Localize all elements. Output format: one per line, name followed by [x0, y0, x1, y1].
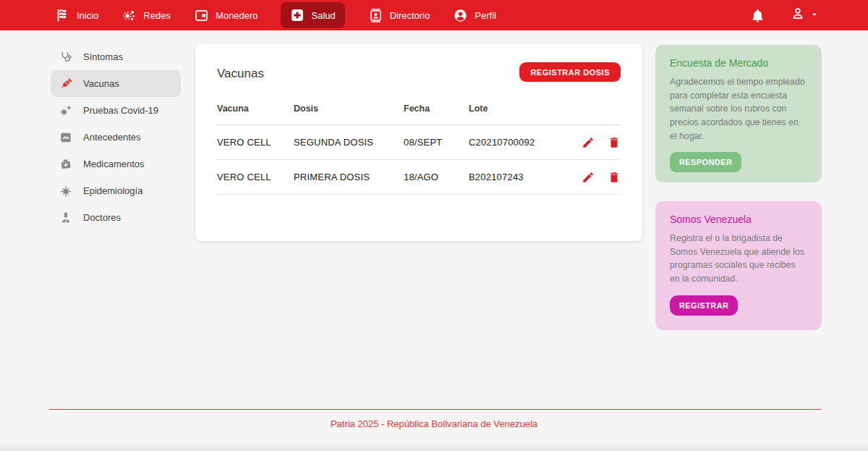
contact-card-icon — [368, 8, 383, 23]
sidebar-item-sintomas[interactable]: Síntomas — [51, 43, 181, 70]
footer-divider — [49, 409, 821, 410]
flag-icon — [55, 8, 70, 23]
nav-item-perfil[interactable]: Perfil — [453, 8, 496, 23]
table-row: VERO CELL SEGUNDA DOSIS 08/SEPT C2021070… — [217, 125, 621, 160]
sidebar-item-label: Síntomas — [83, 51, 123, 62]
doctor-icon — [59, 211, 73, 225]
person-outline-icon — [790, 6, 806, 25]
sidebar-item-epidemiologia[interactable]: Epidemiología — [51, 177, 181, 204]
nav-item-inicio[interactable]: Inicio — [55, 8, 98, 23]
nav-right — [750, 6, 868, 25]
chevron-down-icon — [810, 9, 819, 22]
nav-item-label: Perfil — [475, 10, 496, 21]
nav-item-label: Salud — [311, 10, 335, 21]
notifications-bell-icon[interactable] — [750, 8, 765, 23]
nav-items: Inicio Redes Monedero — [0, 2, 496, 28]
sidebar-item-label: Antecedentes — [83, 132, 141, 143]
row-actions — [577, 136, 621, 149]
promo-title: Encuesta de Mercado — [670, 57, 807, 69]
sidebar-item-vacunas[interactable]: Vacunas — [51, 70, 181, 97]
health-cross-icon — [290, 8, 305, 22]
cell-fecha: 18/AGO — [404, 172, 469, 182]
sidebar-item-doctores[interactable]: Doctores — [51, 204, 181, 231]
nav-item-redes[interactable]: Redes — [122, 8, 171, 23]
cell-fecha: 08/SEPT — [404, 137, 469, 148]
register-dose-button[interactable]: REGISTRAR DOSIS — [519, 62, 621, 82]
bottom-strip — [0, 444, 868, 451]
nav-item-label: Inicio — [77, 10, 98, 21]
medical-chart-icon — [59, 130, 73, 145]
cell-lote: C20210700092 — [469, 137, 577, 148]
sidebar-item-medicamentos[interactable]: Medicamentos — [51, 151, 181, 177]
sidebar-item-label: Pruebas Covid-19 — [83, 105, 158, 116]
sidebar-item-label: Medicamentos — [83, 159, 145, 169]
sidebar: Síntomas Vacunas — [51, 43, 181, 231]
cell-dosis: SEGUNDA DOSIS — [294, 137, 404, 148]
sidebar-item-label: Doctores — [83, 212, 121, 223]
footer-text: Patria 2025 - República Bolivariana de V… — [0, 418, 868, 429]
cell-vacuna: VERO CELL — [217, 137, 294, 148]
promo-body: Agradecemos el tiempo empleado para comp… — [670, 75, 807, 143]
nav-item-label: Monedero — [216, 10, 258, 21]
nav-item-salud[interactable]: Salud — [281, 2, 344, 28]
sidebar-item-antecedentes[interactable]: Antecedentes — [51, 124, 181, 151]
edit-icon[interactable] — [582, 136, 595, 149]
nav-item-label: Redes — [143, 10, 171, 21]
cell-dosis: PRIMERA DOSIS — [294, 172, 404, 182]
column-header-dosis: Dosis — [294, 104, 404, 114]
nav-item-label: Directorio — [390, 10, 430, 21]
delete-icon[interactable] — [608, 136, 621, 149]
promo-body: Registra el o la brigadista de Somos Ven… — [670, 232, 807, 286]
medicine-icon — [59, 157, 73, 172]
virus-icon — [59, 184, 73, 198]
network-icon — [122, 8, 137, 23]
nav-item-monedero[interactable]: Monedero — [194, 8, 258, 23]
vaccines-card: Vacunas REGISTRAR DOSIS Vacuna Dosis Fec… — [195, 43, 642, 241]
sidebar-item-label: Epidemiología — [83, 185, 142, 196]
person-circle-icon — [453, 8, 468, 23]
market-survey-card: Encuesta de Mercado Agradecemos el tiemp… — [655, 45, 822, 182]
account-menu[interactable] — [790, 6, 819, 25]
card-head: Vacunas REGISTRAR DOSIS — [217, 62, 621, 82]
vaccines-table: Vacuna Dosis Fecha Lote VERO CELL SEGUND… — [217, 104, 621, 195]
respond-button[interactable]: RESPONDER — [670, 152, 741, 172]
edit-icon[interactable] — [582, 171, 595, 184]
column-header-lote: Lote — [469, 104, 577, 114]
register-button[interactable]: REGISTRAR — [670, 295, 738, 316]
column-header-fecha: Fecha — [404, 104, 469, 114]
cell-lote: B202107243 — [469, 172, 577, 182]
covid-test-icon — [59, 104, 73, 118]
sidebar-item-label: Vacunas — [83, 78, 119, 89]
syringe-icon — [59, 77, 73, 91]
column-header-vacuna: Vacuna — [217, 104, 294, 114]
table-header-row: Vacuna Dosis Fecha Lote — [217, 104, 621, 125]
stethoscope-icon — [59, 50, 73, 64]
nav-item-directorio[interactable]: Directorio — [368, 8, 430, 23]
somos-venezuela-card: Somos Venezuela Registra el o la brigadi… — [655, 201, 822, 330]
sidebar-item-pruebas-covid[interactable]: Pruebas Covid-19 — [51, 97, 181, 124]
page-title: Vacunas — [217, 62, 264, 81]
wallet-icon — [194, 8, 209, 23]
row-actions — [577, 171, 621, 184]
top-navigation-bar: Inicio Redes Monedero — [0, 0, 868, 30]
cell-vacuna: VERO CELL — [217, 172, 294, 182]
table-row: VERO CELL PRIMERA DOSIS 18/AGO B20210724… — [217, 160, 621, 195]
promo-title: Somos Venezuela — [670, 214, 807, 225]
delete-icon[interactable] — [608, 171, 621, 184]
